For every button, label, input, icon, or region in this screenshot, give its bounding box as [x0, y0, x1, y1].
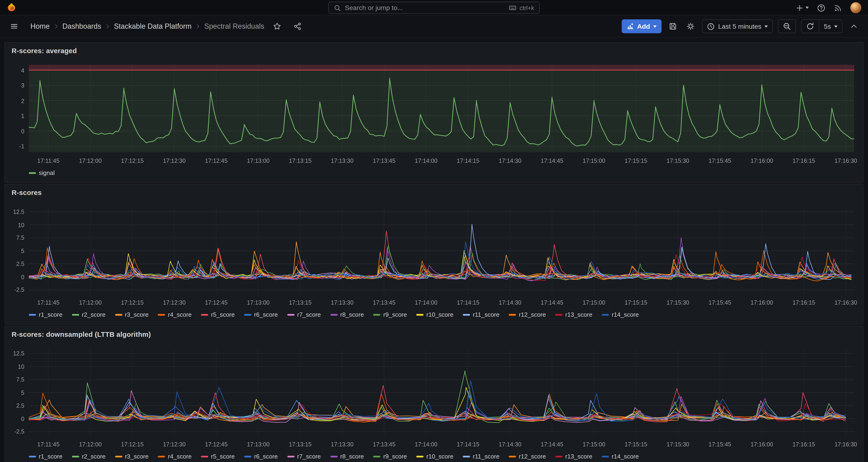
- y-axis-labels: 43210-1: [10, 65, 25, 152]
- legend-item-r1_score[interactable]: r1_score: [29, 453, 62, 459]
- legend-item-r1_score[interactable]: r1_score: [29, 311, 62, 318]
- help-button[interactable]: [817, 3, 826, 12]
- legend-item-r6_score[interactable]: r6_score: [244, 453, 278, 459]
- plot-area[interactable]: [29, 348, 854, 436]
- refresh-interval-dropdown[interactable]: 5s: [819, 20, 842, 33]
- legend-item-r7_score[interactable]: r7_score: [287, 311, 321, 318]
- series-line-r9_score: [29, 245, 851, 279]
- star-icon: [273, 22, 281, 31]
- legend-item-r11_score[interactable]: r11_score: [463, 453, 499, 459]
- share-button[interactable]: [291, 22, 304, 31]
- collapse-toolbar-button[interactable]: [847, 22, 860, 31]
- legend-item-r13_score[interactable]: r13_score: [555, 453, 592, 459]
- legend-item-r4_score[interactable]: r4_score: [158, 311, 192, 318]
- x-tick-label: 17:16:30: [834, 441, 857, 447]
- series-line-r8_score: [29, 238, 851, 281]
- legend-item-r11_score[interactable]: r11_score: [463, 311, 499, 318]
- panel-r-scores-downsampled: R-scores: downsampled (LTTB algorithm) 1…: [4, 326, 864, 462]
- zoom-out-button[interactable]: [778, 19, 796, 33]
- x-tick-label: 17:16:30: [834, 157, 857, 164]
- legend-item-r10_score[interactable]: r10_score: [416, 453, 454, 459]
- legend-label: r13_score: [565, 453, 592, 459]
- rss-icon: [834, 3, 842, 12]
- refresh-icon: [806, 22, 815, 31]
- legend-item-r12_score[interactable]: r12_score: [509, 453, 546, 459]
- refresh-button[interactable]: [802, 20, 819, 33]
- plot-area[interactable]: [29, 207, 854, 294]
- x-tick-label: 17:12:00: [79, 299, 102, 306]
- legend-item-r8_score[interactable]: r8_score: [330, 311, 364, 318]
- legend-label: r8_score: [340, 453, 364, 459]
- legend-item-r6_score[interactable]: r6_score: [244, 311, 278, 318]
- x-tick-label: 17:11:45: [37, 157, 59, 164]
- chevron-right-icon: [104, 23, 111, 29]
- x-tick-label: 17:12:30: [163, 299, 186, 306]
- new-menu-button[interactable]: [796, 3, 809, 12]
- timeseries-chart: 12.5107.552.50-2.5 17:11:4517:12:0017:12…: [10, 203, 855, 321]
- toolbar-right: Add Last 5 m: [622, 19, 860, 33]
- legend-item-signal[interactable]: signal: [29, 170, 55, 176]
- legend-item-r12_score[interactable]: r12_score: [509, 311, 546, 318]
- legend-item-r5_score[interactable]: r5_score: [201, 453, 235, 459]
- caret-down-icon: [653, 25, 656, 27]
- x-tick-label: 17:16:00: [750, 299, 773, 306]
- legend-item-r2_score[interactable]: r2_score: [72, 311, 105, 318]
- time-range-picker[interactable]: Last 5 minutes: [702, 19, 773, 33]
- grafana-logo-icon[interactable]: [6, 2, 18, 13]
- share-alt-icon: [293, 22, 302, 31]
- legend: r1_scorer2_scorer3_scorer4_scorer5_score…: [29, 309, 854, 321]
- news-button[interactable]: [834, 3, 842, 12]
- legend-item-r14_score[interactable]: r14_score: [602, 453, 639, 459]
- x-tick-label: 17:15:15: [625, 157, 647, 164]
- legend-label: r1_score: [39, 311, 62, 318]
- panel-header[interactable]: R-scores: downsampled (LTTB algorithm): [5, 326, 863, 343]
- panel-header[interactable]: R-scores: averaged: [5, 43, 863, 59]
- favorite-button[interactable]: [271, 22, 284, 31]
- panel-r-scores: R-scores 12.5107.552.50-2.5 17:11:4517:1…: [4, 184, 864, 325]
- legend-label: r8_score: [340, 311, 364, 318]
- save-dashboard-button[interactable]: [666, 22, 679, 31]
- panel-header[interactable]: R-scores: [5, 184, 863, 201]
- legend-item-r5_score[interactable]: r5_score: [201, 311, 235, 318]
- add-button[interactable]: Add: [622, 19, 662, 33]
- x-tick-label: 17:13:00: [247, 157, 270, 164]
- breadcrumb-folder[interactable]: Stackable Data Platform: [112, 22, 194, 31]
- legend-item-r13_score[interactable]: r13_score: [555, 311, 592, 318]
- legend-label: r7_score: [297, 311, 321, 318]
- x-tick-label: 17:14:30: [499, 441, 521, 447]
- mega-menu-toggle[interactable]: [8, 22, 21, 31]
- legend-item-r9_score[interactable]: r9_score: [373, 453, 407, 459]
- y-tick-label: 4: [21, 67, 25, 73]
- plot-area[interactable]: [29, 65, 854, 152]
- legend-swatch: [29, 314, 36, 315]
- legend-item-r4_score[interactable]: r4_score: [158, 453, 192, 459]
- user-avatar[interactable]: [850, 2, 861, 13]
- legend-item-r2_score[interactable]: r2_score: [72, 453, 105, 459]
- legend-item-r14_score[interactable]: r14_score: [602, 311, 639, 318]
- x-tick-label: 17:12:45: [205, 441, 227, 447]
- refresh-picker[interactable]: 5s: [801, 19, 842, 33]
- legend-item-r7_score[interactable]: r7_score: [287, 453, 321, 459]
- x-axis-labels: 17:11:4517:12:0017:12:1517:12:3017:12:45…: [29, 439, 854, 448]
- legend-label: r9_score: [383, 453, 407, 459]
- y-tick-label: 0: [21, 415, 25, 422]
- x-tick-label: 17:12:00: [79, 157, 102, 164]
- breadcrumb-home[interactable]: Home: [28, 22, 52, 31]
- y-tick-label: 2.5: [16, 402, 25, 409]
- series-line-r5_score: [29, 231, 851, 280]
- caret-down-icon: [834, 25, 837, 27]
- legend-item-r10_score[interactable]: r10_score: [416, 311, 454, 318]
- legend-item-r8_score[interactable]: r8_score: [330, 453, 364, 459]
- x-tick-label: 17:15:00: [583, 299, 605, 306]
- legend-swatch: [158, 314, 165, 315]
- legend-item-r9_score[interactable]: r9_score: [373, 311, 407, 318]
- search-input[interactable]: Search or jump to... ctrl+k: [328, 2, 540, 14]
- chevron-up-icon: [850, 22, 858, 31]
- legend-item-r3_score[interactable]: r3_score: [115, 311, 149, 318]
- x-tick-label: 17:16:00: [750, 441, 773, 447]
- y-tick-label: 2: [21, 97, 25, 104]
- legend-swatch: [330, 314, 338, 315]
- legend-item-r3_score[interactable]: r3_score: [115, 453, 149, 459]
- breadcrumb-dashboards[interactable]: Dashboards: [60, 22, 103, 31]
- dashboard-settings-button[interactable]: [684, 22, 697, 31]
